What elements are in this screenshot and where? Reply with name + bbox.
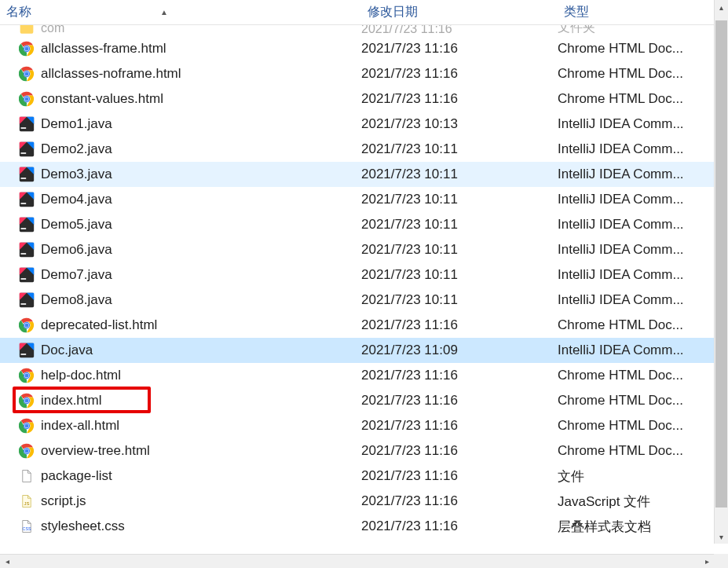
scroll-down-arrow-icon[interactable]: ▾ xyxy=(715,530,728,544)
vertical-scrollbar[interactable]: ▴ ▾ xyxy=(714,0,728,544)
chrome-icon xyxy=(19,41,35,57)
file-date-cell: 2021/7/23 11:16 xyxy=(361,91,558,107)
file-row[interactable]: Demo8.java2021/7/23 10:11IntelliJ IDEA C… xyxy=(0,288,714,313)
file-name-cell: constant-values.html xyxy=(19,91,361,107)
svg-point-7 xyxy=(25,72,29,76)
intellij-icon xyxy=(19,242,35,258)
scroll-right-arrow-icon[interactable]: ▸ xyxy=(700,555,714,568)
svg-rect-23 xyxy=(21,253,27,255)
file-type-cell: Chrome HTML Doc... xyxy=(558,91,714,107)
file-type-cell: 文件夹 xyxy=(558,25,714,36)
file-row[interactable]: package-list2021/7/23 11:16文件 xyxy=(0,464,714,489)
file-name-label: Demo2.java xyxy=(41,141,112,157)
file-name-cell: index-all.html xyxy=(19,418,361,434)
file-row[interactable]: allclasses-frame.html2021/7/23 11:16Chro… xyxy=(0,36,714,61)
text-icon xyxy=(19,468,35,484)
file-row[interactable]: allclasses-noframe.html2021/7/23 11:16Ch… xyxy=(0,61,714,86)
file-row[interactable]: Demo2.java2021/7/23 10:11IntelliJ IDEA C… xyxy=(0,137,714,162)
horizontal-scrollbar[interactable]: ◂ ▸ xyxy=(0,554,714,568)
file-date-cell: 2021/7/23 11:16 xyxy=(361,66,558,82)
file-name-label: Demo6.java xyxy=(41,242,112,258)
file-date-cell: 2021/7/23 10:13 xyxy=(361,116,558,132)
horizontal-scroll-track[interactable] xyxy=(14,555,700,568)
chrome-icon xyxy=(19,393,35,409)
file-type-cell: Chrome HTML Doc... xyxy=(558,41,714,57)
file-type-cell: 文件 xyxy=(558,467,714,486)
file-type-cell: Chrome HTML Doc... xyxy=(558,443,714,459)
chrome-icon xyxy=(19,66,35,82)
file-name-cell: deprecated-list.html xyxy=(19,317,361,333)
file-name-cell: Demo3.java xyxy=(19,167,361,182)
file-name-cell: Demo8.java xyxy=(19,292,361,308)
file-row[interactable]: index-all.html2021/7/23 11:16Chrome HTML… xyxy=(0,413,714,438)
column-header-name[interactable]: 名称 ▲ xyxy=(0,1,361,24)
file-type-cell: IntelliJ IDEA Comm... xyxy=(558,217,714,233)
file-name-cell: overview-tree.html xyxy=(19,443,361,459)
file-row[interactable]: deprecated-list.html2021/7/23 11:16Chrom… xyxy=(0,313,714,338)
column-header-row: 名称 ▲ 修改日期 类型 xyxy=(0,0,714,25)
chrome-icon xyxy=(19,91,35,107)
sort-ascending-icon: ▲ xyxy=(160,8,168,16)
file-row[interactable]: CSSstylesheet.css2021/7/23 11:16层叠样式表文档 xyxy=(0,514,714,539)
file-type-cell: Chrome HTML Doc... xyxy=(558,317,714,333)
file-name-label: help-doc.html xyxy=(41,368,121,383)
vertical-scroll-thumb[interactable] xyxy=(715,20,727,508)
file-type-cell: Chrome HTML Doc... xyxy=(558,368,714,383)
file-row[interactable]: constant-values.html2021/7/23 11:16Chrom… xyxy=(0,86,714,112)
file-name-label: Demo5.java xyxy=(41,217,112,233)
file-list: com2021/7/23 11:16文件夹allclasses-frame.ht… xyxy=(0,25,714,544)
chrome-icon xyxy=(19,443,35,459)
file-date-cell: 2021/7/23 10:11 xyxy=(361,292,558,308)
file-name-cell: Demo1.java xyxy=(19,116,361,132)
file-date-cell: 2021/7/23 10:11 xyxy=(361,167,558,182)
file-row[interactable]: Doc.java2021/7/23 11:09IntelliJ IDEA Com… xyxy=(0,338,714,363)
intellij-icon xyxy=(19,192,35,207)
column-header-type[interactable]: 类型 xyxy=(558,1,714,24)
file-type-cell: IntelliJ IDEA Comm... xyxy=(558,292,714,308)
file-name-label: com xyxy=(41,25,64,35)
file-date-cell: 2021/7/23 11:16 xyxy=(361,393,558,409)
file-row[interactable]: Demo3.java2021/7/23 10:11IntelliJ IDEA C… xyxy=(0,162,714,187)
file-name-label: index-all.html xyxy=(41,418,119,434)
svg-point-31 xyxy=(25,324,29,328)
file-row[interactable]: Demo4.java2021/7/23 10:11IntelliJ IDEA C… xyxy=(0,187,714,212)
file-row[interactable]: com2021/7/23 11:16文件夹 xyxy=(0,25,714,36)
file-row[interactable]: overview-tree.html2021/7/23 11:16Chrome … xyxy=(0,438,714,464)
intellij-icon xyxy=(19,343,35,358)
file-row[interactable]: help-doc.html2021/7/23 11:16Chrome HTML … xyxy=(0,363,714,388)
file-row[interactable]: Demo7.java2021/7/23 10:11IntelliJ IDEA C… xyxy=(0,262,714,288)
svg-point-41 xyxy=(25,399,29,403)
file-name-cell: com xyxy=(19,25,361,36)
file-date-cell: 2021/7/23 11:16 xyxy=(361,418,558,434)
file-name-label: allclasses-noframe.html xyxy=(41,66,181,82)
svg-point-11 xyxy=(25,97,29,101)
chrome-icon xyxy=(19,368,35,383)
svg-text:CSS: CSS xyxy=(23,526,31,531)
vertical-scroll-track[interactable] xyxy=(715,14,728,530)
file-row[interactable]: Demo1.java2021/7/23 10:13IntelliJ IDEA C… xyxy=(0,112,714,137)
file-row[interactable]: Demo5.java2021/7/23 10:11IntelliJ IDEA C… xyxy=(0,212,714,237)
file-row[interactable]: JSscript.js2021/7/23 11:16JavaScript 文件 xyxy=(0,489,714,514)
folder-icon xyxy=(19,25,35,36)
scroll-left-arrow-icon[interactable]: ◂ xyxy=(0,555,14,568)
file-row[interactable]: Demo6.java2021/7/23 10:11IntelliJ IDEA C… xyxy=(0,237,714,262)
intellij-icon xyxy=(19,217,35,233)
file-name-cell: Demo5.java xyxy=(19,217,361,233)
file-name-cell: index.html xyxy=(19,393,361,409)
svg-rect-15 xyxy=(21,152,27,154)
chrome-icon xyxy=(19,317,35,333)
file-type-cell: JavaScript 文件 xyxy=(558,493,714,511)
file-name-label: Demo8.java xyxy=(41,292,112,308)
file-name-cell: JSscript.js xyxy=(19,493,361,509)
file-name-cell: allclasses-frame.html xyxy=(19,41,361,57)
column-date-label: 修改日期 xyxy=(368,4,418,20)
svg-rect-19 xyxy=(21,203,27,204)
file-row[interactable]: index.html2021/7/23 11:16Chrome HTML Doc… xyxy=(0,388,714,413)
file-name-label: package-list xyxy=(41,468,112,484)
file-date-cell: 2021/7/23 11:16 xyxy=(361,443,558,459)
css-icon: CSS xyxy=(19,519,35,534)
file-type-cell: IntelliJ IDEA Comm... xyxy=(558,267,714,283)
column-header-date[interactable]: 修改日期 xyxy=(361,1,558,24)
scroll-up-arrow-icon[interactable]: ▴ xyxy=(715,0,728,14)
file-date-cell: 2021/7/23 10:11 xyxy=(361,217,558,233)
